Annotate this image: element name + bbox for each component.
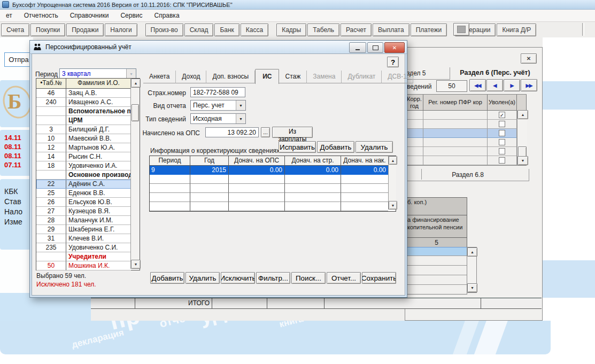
menu-item[interactable]: Отчетность xyxy=(18,10,64,21)
corr-action-button[interactable]: Добавить xyxy=(317,141,354,153)
scroll-down-icon[interactable]: ▼ xyxy=(517,156,528,165)
corr-row[interactable] xyxy=(150,193,396,202)
employee-row[interactable]: 25 Еденюк В.В. xyxy=(36,189,140,198)
from-salary-button[interactable]: Из зарплаты xyxy=(272,127,313,138)
scroll-down-icon[interactable]: ▼ xyxy=(131,260,141,269)
toolbar-button[interactable]: Выплата xyxy=(373,24,409,36)
table-row[interactable] xyxy=(406,285,467,294)
news-date[interactable]: 14.11 xyxy=(0,133,31,142)
help-button[interactable]: ? xyxy=(387,57,399,67)
toolbar-button[interactable]: Расчет xyxy=(341,24,372,36)
dialog-action-button[interactable]: Удалить xyxy=(186,272,220,284)
scroll-up-icon[interactable]: ▲ xyxy=(517,110,528,119)
scroll-up-icon[interactable]: ▲ xyxy=(389,156,397,165)
toolbar-button[interactable]: Табель xyxy=(307,24,339,36)
info-link[interactable]: КБК xyxy=(0,187,31,197)
corr-scrollbar[interactable]: ▲ ▼ xyxy=(388,156,396,210)
table-row[interactable] xyxy=(406,129,527,138)
info-type-dropdown[interactable]: Исходная ▼ xyxy=(190,113,246,124)
scroll-up-icon[interactable]: ▲ xyxy=(467,247,477,257)
section6-scrollbar[interactable]: ▲ ▼ xyxy=(517,110,527,165)
employee-row[interactable]: 26 Ельсуков Ю.В. xyxy=(36,198,140,207)
tab[interactable]: ИС xyxy=(255,69,279,84)
fired-checkbox[interactable] xyxy=(499,121,505,127)
table-row[interactable] xyxy=(406,138,527,147)
last-record-icon[interactable]: ▶▶ xyxy=(521,79,537,91)
employee-row[interactable]: 31 Клечев В.И. xyxy=(36,234,140,243)
color-swatch-button[interactable] xyxy=(453,23,469,36)
employee-row[interactable]: 22 Адёнин С.А. xyxy=(36,180,140,189)
corr-row[interactable] xyxy=(150,202,396,211)
news-date[interactable]: 08.11 xyxy=(0,151,31,160)
employee-row[interactable]: 12 Мартынов Ю.А. xyxy=(36,143,140,152)
info-link[interactable]: Став xyxy=(0,197,31,207)
employee-row[interactable]: 27 Кузнецов В.Я. xyxy=(36,207,140,216)
table-row[interactable] xyxy=(406,256,467,266)
table-row[interactable] xyxy=(406,156,527,165)
menu-item[interactable]: ет xyxy=(0,10,18,21)
toolbar-button[interactable]: Склад xyxy=(184,24,214,36)
tab[interactable]: Анкета xyxy=(143,71,176,83)
fired-checkbox[interactable] xyxy=(499,157,505,164)
scroll-down-icon[interactable]: ▼ xyxy=(467,283,477,292)
menu-item[interactable]: Сервис xyxy=(114,10,148,21)
employee-row[interactable]: 18 Удовиченко И.А. xyxy=(36,161,140,171)
prev-record-icon[interactable]: ◀ xyxy=(486,79,503,91)
news-date[interactable]: 08.11 xyxy=(0,142,31,151)
employee-row[interactable]: Основное производ xyxy=(36,171,140,180)
corr-action-button[interactable]: Исправить xyxy=(279,141,316,153)
insurance-input[interactable] xyxy=(190,87,245,97)
next-record-icon[interactable]: ▶ xyxy=(504,79,520,91)
dialog-action-button[interactable]: Фильтр... xyxy=(256,272,290,284)
scroll-down-icon[interactable]: ▼ xyxy=(389,201,397,210)
news-date[interactable]: 07.11 xyxy=(0,160,31,169)
scroll-up-icon[interactable]: ▲ xyxy=(131,79,141,88)
toolbar-button[interactable]: Касса xyxy=(241,24,268,36)
chevron-down-icon[interactable]: ▼ xyxy=(236,114,245,123)
tab[interactable]: Доход xyxy=(176,71,206,83)
toolbar-button[interactable]: Книга Д/Р xyxy=(497,24,536,36)
report-type-dropdown[interactable]: Перс. учет ▼ xyxy=(190,100,246,111)
fired-checkbox[interactable] xyxy=(499,112,505,118)
toolbar-button[interactable]: Банк xyxy=(214,24,239,36)
tab[interactable]: Замена xyxy=(307,71,342,83)
employee-row[interactable]: 14 Рысин С.Н. xyxy=(36,152,140,161)
employee-row[interactable]: 50 Мошкина И.К. xyxy=(36,261,140,270)
col-name[interactable]: Фамилия И.О. xyxy=(66,79,131,88)
minimize-icon[interactable] xyxy=(349,42,366,53)
toolbar-button[interactable]: Кадры xyxy=(276,24,306,36)
tab[interactable]: ДСВ-1 xyxy=(382,71,413,83)
tab-section68[interactable]: Раздел 6.8 xyxy=(407,169,529,181)
close-icon[interactable]: ✕ xyxy=(384,42,405,53)
col-tab-num[interactable]: •Таб.№ xyxy=(36,79,66,88)
corr-row[interactable] xyxy=(150,175,396,184)
table-row[interactable] xyxy=(406,147,527,156)
menu-item[interactable]: Справка xyxy=(148,10,185,21)
dialog-action-button[interactable]: Отчет... xyxy=(327,272,361,284)
table-row[interactable] xyxy=(406,247,467,256)
dialog-action-button[interactable]: Исключить xyxy=(221,272,255,284)
info-link[interactable]: Нало xyxy=(0,207,31,217)
employee-row[interactable]: 235 Удовиченко С.И. xyxy=(36,243,140,252)
toolbar-button[interactable]: Покупки xyxy=(30,24,65,36)
toolbar-button[interactable]: Продажи xyxy=(66,24,104,36)
accrued-input[interactable] xyxy=(205,127,259,137)
employee-row[interactable]: 28 Маланчук И.М. xyxy=(36,216,140,225)
dialog-action-button[interactable]: Сохранить xyxy=(362,272,396,284)
table-row[interactable] xyxy=(406,275,467,285)
dialog-action-button[interactable]: Поиск... xyxy=(291,272,326,284)
dialog-action-button[interactable]: Добавить xyxy=(150,272,184,284)
table-row[interactable] xyxy=(406,120,527,129)
corr-row[interactable] xyxy=(150,184,396,193)
corr-row[interactable]: 9 2015 0.00 0.00 0.00 xyxy=(150,166,396,175)
fired-checkbox[interactable] xyxy=(499,139,505,145)
tab[interactable]: Стаж xyxy=(279,71,307,83)
info-link[interactable]: Изме xyxy=(0,217,31,227)
tab[interactable]: Доп. взносы xyxy=(206,71,255,83)
employee-row[interactable]: Учредители xyxy=(36,252,140,261)
toolbar-button[interactable]: Платежи xyxy=(411,24,447,36)
close-icon[interactable]: ✕ xyxy=(521,53,537,64)
tab[interactable]: Дубликат xyxy=(342,71,382,83)
fired-checkbox[interactable] xyxy=(499,148,505,154)
chevron-down-icon[interactable]: ▼ xyxy=(236,100,245,110)
